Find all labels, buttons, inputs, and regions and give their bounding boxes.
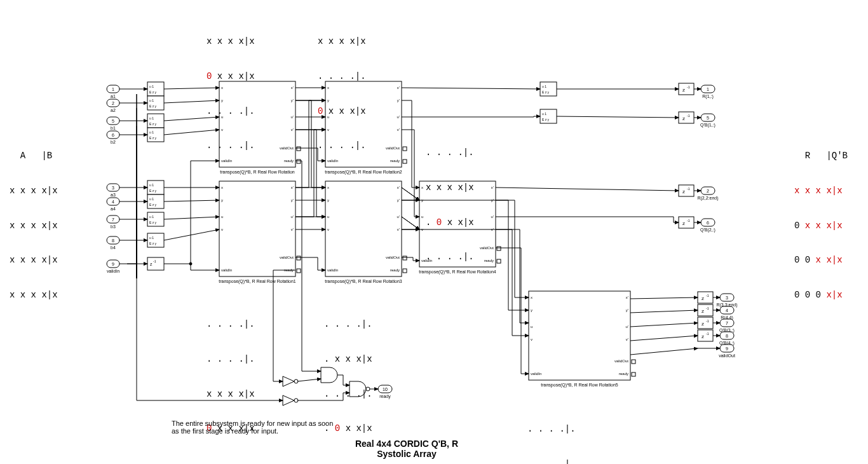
svg-rect-69 [219, 181, 295, 276]
svg-text:3: 3 [112, 186, 114, 190]
svg-text:-1: -1 [706, 332, 709, 336]
svg-text:u': u' [491, 215, 494, 219]
svg-text:z: z [150, 262, 153, 266]
svg-text:Q'B(2,:): Q'B(2,:) [700, 228, 715, 233]
svg-rect-192 [698, 330, 713, 341]
svg-text:validOut: validOut [386, 146, 400, 150]
svg-text:z: z [682, 221, 685, 226]
svg-text:R(1,:): R(1,:) [702, 94, 714, 99]
svg-text:v': v' [626, 338, 628, 341]
svg-text:E z y: E z y [149, 242, 157, 245]
svg-text:b1: b1 [111, 126, 116, 130]
svg-text:z: z [702, 308, 704, 314]
svg-text:9: 9 [112, 262, 114, 266]
svg-text:u: u [421, 215, 423, 219]
svg-text:transpose(Q)*B, R Real Row Rot: transpose(Q)*B, R Real Row Rotation [220, 170, 295, 175]
svg-text:y: y [327, 198, 329, 202]
svg-text:E z y: E z y [149, 122, 157, 126]
svg-text:1: 1 [707, 87, 709, 92]
matrix-mid: . . . .|. x x x x|x . 0 x x|x . . . .|. [426, 124, 474, 274]
svg-rect-98 [403, 160, 407, 163]
svg-text:4: 4 [112, 200, 114, 204]
svg-text:y': y' [291, 99, 294, 102]
svg-text:z: z [702, 321, 704, 327]
svg-rect-83 [297, 269, 301, 273]
svg-text:transpose(Q)*B, R Real Row Rot: transpose(Q)*B, R Real Row Rotation5 [541, 383, 618, 388]
svg-text:u 1: u 1 [149, 183, 154, 187]
matrix-A-B: A |B x x x x|x x x x x|x x x x x|x x x x… [10, 127, 58, 312]
svg-text:-1: -1 [706, 294, 709, 297]
svg-text:v: v [327, 228, 329, 231]
svg-text:u': u' [626, 325, 628, 329]
svg-text:4: 4 [726, 308, 728, 313]
svg-text:ready: ready [390, 268, 400, 272]
svg-text:u': u' [397, 215, 400, 219]
svg-text:v': v' [291, 228, 294, 231]
svg-text:x': x' [291, 86, 294, 90]
svg-text:validOut: validOut [719, 353, 735, 358]
svg-rect-128 [497, 259, 501, 263]
svg-rect-129 [529, 291, 630, 380]
svg-text:validIn: validIn [531, 372, 541, 376]
svg-text:u': u' [397, 115, 400, 119]
svg-text:5: 5 [112, 119, 114, 123]
svg-text:b2: b2 [111, 140, 116, 144]
svg-text:R(2,2:end): R(2,2:end) [697, 196, 718, 201]
svg-rect-113 [403, 269, 407, 273]
svg-text:v': v' [397, 128, 400, 132]
svg-text:u 1: u 1 [149, 116, 154, 120]
svg-rect-143 [632, 372, 635, 376]
svg-text:x: x [327, 186, 329, 189]
svg-text:3: 3 [726, 296, 728, 300]
svg-text:x': x' [397, 86, 400, 90]
svg-text:z: z [682, 116, 685, 121]
svg-text:y: y [221, 198, 223, 202]
svg-text:v: v [221, 228, 223, 231]
svg-marker-204 [283, 376, 294, 386]
svg-text:u 1: u 1 [542, 85, 546, 88]
matrix-below-3: . . . .|. . . . .|. . . x x|x . . 0 x|x [527, 400, 576, 464]
svg-rect-68 [297, 160, 301, 163]
svg-text:E z y: E z y [149, 104, 157, 108]
svg-text:u: u [327, 215, 329, 219]
svg-text:validOut: validOut [280, 146, 294, 150]
svg-rect-97 [403, 147, 407, 151]
svg-text:validOut: validOut [614, 359, 628, 363]
svg-text:ready: ready [379, 394, 391, 399]
matrix-top-2: x x x x|x . . . .|. 0 x x x|x . . . .|. [318, 13, 366, 163]
svg-rect-67 [297, 147, 301, 151]
svg-text:x: x [221, 186, 223, 189]
svg-text:-1: -1 [687, 114, 690, 118]
svg-text:validOut: validOut [386, 256, 400, 259]
svg-text:x': x' [491, 186, 494, 189]
matrix-R-QB: R |Q'B x x x x|x 0 x x x|x 0 0 x x|x 0 0… [794, 127, 848, 312]
svg-text:-1: -1 [153, 259, 156, 263]
svg-text:a3: a3 [111, 193, 116, 197]
svg-text:E z y: E z y [149, 221, 157, 224]
svg-text:9: 9 [726, 346, 728, 351]
svg-text:10: 10 [383, 387, 388, 392]
svg-text:2: 2 [112, 101, 114, 106]
svg-text:x': x' [291, 186, 294, 189]
svg-text:-1: -1 [687, 219, 690, 222]
svg-text:a4: a4 [111, 207, 116, 211]
svg-text:u': u' [291, 215, 294, 219]
svg-text:a1: a1 [111, 94, 116, 99]
svg-rect-174 [698, 292, 713, 303]
svg-text:u 1: u 1 [149, 130, 154, 134]
svg-text:y: y [531, 308, 532, 312]
svg-text:a2: a2 [111, 108, 116, 113]
svg-text:validOut: validOut [280, 256, 294, 259]
svg-text:x: x [531, 296, 532, 299]
svg-marker-206 [283, 395, 294, 406]
svg-rect-156 [679, 112, 694, 123]
svg-text:E z y: E z y [149, 90, 157, 94]
svg-text:validIn: validIn [107, 269, 119, 273]
svg-rect-162 [679, 185, 694, 196]
note-text: The entire subsystem is ready for new in… [172, 420, 333, 435]
svg-text:u': u' [291, 115, 294, 119]
svg-text:E z y: E z y [149, 203, 157, 207]
svg-text:v': v' [397, 228, 400, 231]
svg-text:validOut: validOut [480, 246, 494, 250]
svg-text:x': x' [397, 186, 400, 189]
